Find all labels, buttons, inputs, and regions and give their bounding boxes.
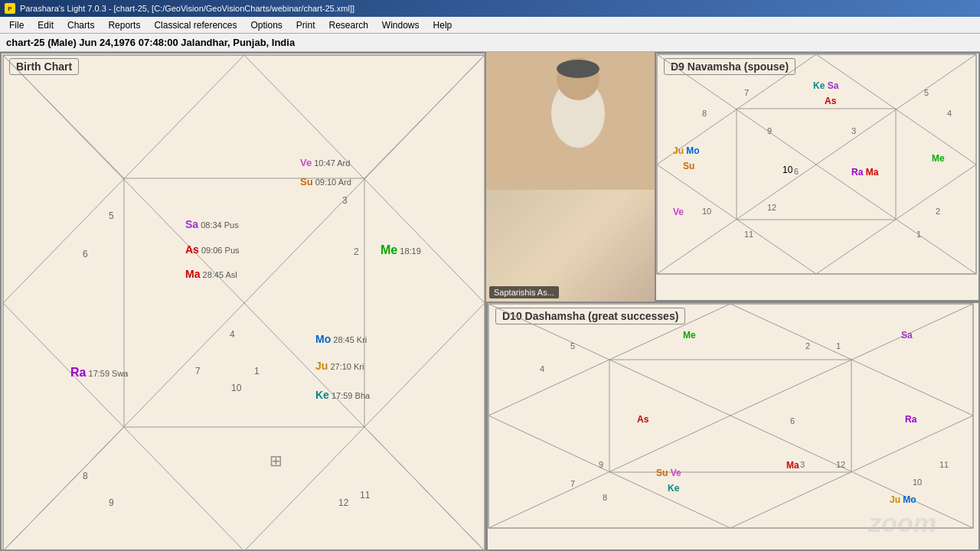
planet-me-label: Me 18:19 [381, 243, 421, 257]
d10-dashamsha-panel: D10 Dashamsha (great successes) [486, 302, 980, 551]
house-5-num: 5 [109, 210, 114, 221]
svg-line-16 [364, 427, 485, 551]
menu-research[interactable]: Research [323, 18, 374, 32]
d9-h6: 6 [794, 167, 799, 176]
d9-navamsha-panel: D9 Navamsha (spouse) [655, 52, 980, 302]
d9-h7: 7 [744, 88, 749, 97]
d10-h9: 9 [599, 460, 603, 469]
svg-line-13 [3, 55, 124, 178]
info-bar: chart-25 (Male) Jun 24,1976 07:48:00 Jal… [0, 34, 980, 52]
house-1-num: 1 [254, 366, 260, 377]
d10-h8: 8 [603, 493, 607, 502]
title-text: Parashara's Light 7.0.3 - [chart-25, [C:… [20, 4, 354, 13]
right-panels: Saptarishis As... D9 Navamsha (spouse) [486, 52, 980, 551]
menu-help[interactable]: Help [427, 18, 459, 32]
d9-rama: Ra Ma [851, 167, 878, 178]
d9-h3: 3 [851, 126, 856, 135]
d10-h10: 10 [913, 478, 922, 487]
menu-print[interactable]: Print [290, 18, 322, 32]
planet-ju-label: Ju 27:10 Kri [315, 360, 364, 372]
menu-file[interactable]: File [3, 18, 30, 32]
planet-ke-label: Ke 17:59 Bha [315, 389, 370, 401]
menu-charts[interactable]: Charts [61, 18, 100, 32]
menu-classical[interactable]: Classical references [148, 18, 243, 32]
d9-h5: 5 [924, 88, 929, 97]
person-svg [486, 52, 655, 190]
d10-h6: 6 [790, 416, 795, 425]
menu-bar: File Edit Charts Reports Classical refer… [0, 17, 980, 34]
d9-ve: Ve [673, 207, 684, 217]
menu-windows[interactable]: Windows [376, 18, 426, 32]
d9-h11: 10 [702, 207, 711, 216]
d9-h10b: 11 [744, 230, 753, 239]
zoom-watermark: zoom [868, 508, 936, 538]
title-bar: P Parashara's Light 7.0.3 - [chart-25, [… [0, 0, 980, 17]
menu-edit[interactable]: Edit [31, 18, 60, 32]
d10-h11: 11 [939, 460, 949, 469]
house-10-num: 10 [231, 383, 241, 393]
d10-ma: Ma [786, 460, 799, 471]
svg-line-15 [3, 427, 124, 551]
d9-as: As [825, 96, 836, 106]
d10-ra: Ra [905, 414, 916, 425]
d9-h1: 1 [916, 230, 921, 239]
d10-me-top: Me [683, 330, 696, 341]
svg-line-14 [364, 55, 485, 178]
house-3-num: 3 [342, 195, 348, 206]
main-content: Birth Chart [0, 52, 980, 551]
menu-options[interactable]: Options [244, 18, 288, 32]
d10-h4: 4 [540, 364, 544, 373]
video-panel: Saptarishis As... [486, 52, 655, 302]
d9-h4: 4 [947, 109, 952, 118]
d9-h9: 9 [767, 126, 772, 135]
planet-as-label: As 09:06 Pus [185, 243, 240, 256]
birth-chart-svg [2, 54, 488, 551]
app-icon: P [5, 3, 15, 14]
menu-reports[interactable]: Reports [102, 18, 146, 32]
video-content [486, 52, 655, 302]
d10-suveke: Su Ve [656, 468, 681, 478]
svg-point-24 [557, 60, 599, 78]
house-2-num: 2 [354, 246, 359, 257]
planet-mo-label: Mo 28:45 Kri [315, 333, 367, 345]
d10-as: As [637, 414, 648, 425]
d9-ke: Ke Sa [813, 80, 838, 91]
top-right-area: Saptarishis As... D9 Navamsha (spouse) [486, 52, 980, 302]
planet-sa-label: Sa 08:34 Pus [185, 218, 239, 230]
d9-me: Me [932, 153, 945, 164]
house-7-num: 7 [195, 366, 201, 377]
d10-h2: 2 [805, 341, 810, 350]
d10-sa-top: Sa [901, 330, 913, 341]
d10-h12: 12 [836, 460, 845, 469]
house-12-num: 12 [338, 497, 348, 508]
house-9-num: 9 [109, 497, 114, 508]
house-6-num: 6 [83, 249, 88, 259]
d10-h7: 7 [570, 479, 575, 488]
chart-info: chart-25 (Male) Jun 24,1976 07:48:00 Jal… [6, 37, 295, 48]
d10-jumo: Ju Mo [890, 494, 916, 505]
planet-ve-label: Ve 10:47 Ard [300, 157, 350, 168]
d9-h10: 10 [782, 165, 792, 175]
house-4-num: 4 [230, 329, 235, 340]
house-11-num: 11 [360, 490, 370, 500]
planet-ra-label: Ra 17:59 Swa [70, 366, 129, 380]
d9-jumu: Ju Mo [673, 145, 700, 156]
d10-ke-bot: Ke [668, 483, 679, 494]
house-8-num: 8 [83, 471, 88, 481]
d9-su: Su [683, 161, 694, 171]
planet-su-label: Su 09:10 Ard [300, 176, 351, 187]
d10-h1: 1 [836, 341, 841, 350]
d10-h5: 5 [570, 341, 575, 350]
d9-h2: 2 [936, 207, 940, 216]
planet-ma-label: Ma 28:45 Asl [185, 268, 237, 280]
birth-chart-panel: Birth Chart [0, 52, 486, 551]
d9-h8: 8 [702, 109, 707, 118]
d9-h12: 12 [767, 203, 776, 212]
video-name-tag: Saptarishis As... [489, 286, 559, 298]
d10-h3: 3 [800, 460, 805, 469]
cursor-icon: ⊞ [270, 452, 283, 470]
